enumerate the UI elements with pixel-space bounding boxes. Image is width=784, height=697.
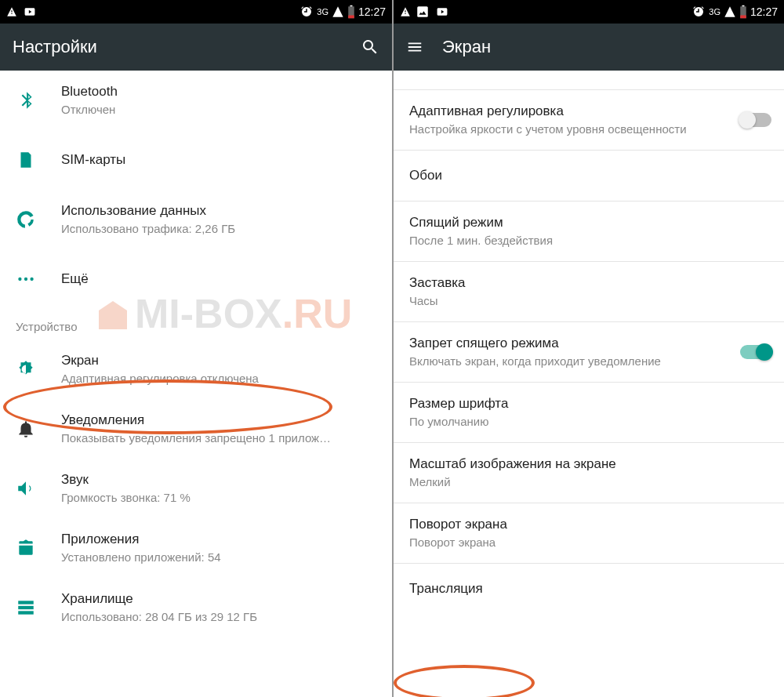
svg-rect-12 — [742, 5, 744, 7]
app-bar-right: Экран — [394, 24, 784, 71]
bluetooth-icon — [16, 90, 36, 111]
item-cast[interactable]: Трансляция — [394, 564, 784, 614]
item-display[interactable]: ЭкранАдаптивная регулировка отключена — [0, 339, 392, 399]
app-bar-left: Настройки — [0, 24, 392, 71]
alarm-icon — [299, 5, 314, 19]
alert-icon — [400, 5, 411, 19]
storage-icon — [16, 597, 36, 618]
alarm-icon — [691, 5, 706, 19]
time-label: 12:27 — [750, 5, 778, 18]
item-title: Яркость — [409, 71, 771, 73]
item-title: Заставка — [409, 274, 771, 292]
item-title: Приложения — [61, 531, 379, 548]
youtube-icon — [22, 6, 38, 17]
item-subtitle: После 1 мин. бездействия — [409, 233, 771, 249]
svg-point-3 — [18, 278, 21, 281]
item-bluetooth[interactable]: BluetoothОтключен — [0, 71, 392, 130]
youtube-icon — [434, 6, 450, 17]
item-title: Размер шрифта — [409, 395, 771, 412]
svg-point-4 — [24, 278, 27, 281]
item-title: Трансляция — [409, 580, 771, 597]
item-subtitle: Включать экран, когда приходит уведомлен… — [409, 354, 740, 369]
item-subtitle: Установлено приложений: 54 — [61, 550, 379, 565]
svg-rect-1 — [348, 16, 354, 19]
page-title: Настройки — [13, 37, 361, 57]
item-subtitle: Поворот экрана — [409, 535, 771, 550]
switch-adaptive[interactable] — [740, 113, 771, 127]
item-sleep[interactable]: Спящий режимПосле 1 мин. бездействия — [394, 201, 784, 261]
page-title: Экран — [442, 37, 771, 57]
item-subtitle: Использовано трафика: 2,26 ГБ — [61, 221, 379, 237]
sound-icon — [16, 478, 36, 499]
item-title: Поворот экрана — [409, 516, 771, 533]
svg-rect-8 — [18, 611, 34, 614]
display-settings-list: Яркость Адаптивная регулировкаНастройка … — [394, 71, 784, 697]
item-subtitle: Часы — [409, 293, 771, 309]
phone-right: 3G 12:27 Экран Яркость Адаптивная регули… — [392, 0, 784, 697]
item-adaptive[interactable]: Адаптивная регулировкаНастройка яркости … — [394, 90, 784, 150]
item-font-size[interactable]: Размер шрифтаПо умолчанию — [394, 383, 784, 442]
item-subtitle: Показывать уведомления запрещено 1 прило… — [61, 430, 379, 446]
item-title: Спящий режим — [409, 214, 771, 231]
svg-rect-7 — [18, 606, 34, 609]
item-storage[interactable]: ХранилищеИспользовано: 28 04 ГБ из 29 12… — [0, 578, 392, 637]
item-brightness[interactable]: Яркость — [394, 71, 784, 89]
status-bar: 3G 12:27 — [0, 0, 392, 24]
item-title: Bluetooth — [61, 83, 379, 100]
svg-point-5 — [30, 278, 33, 281]
brightness-icon — [16, 359, 36, 379]
signal-icon — [332, 5, 344, 18]
item-apps[interactable]: ПриложенияУстановлено приложений: 54 — [0, 518, 392, 578]
item-notifications[interactable]: УведомленияПоказывать уведомления запрещ… — [0, 399, 392, 459]
alert-icon — [6, 5, 17, 19]
item-display-size[interactable]: Масштаб изображения на экранеМелкий — [394, 443, 784, 503]
item-title: Адаптивная регулировка — [409, 103, 740, 120]
item-title: Хранилище — [61, 590, 379, 608]
item-title: Использование данных — [61, 202, 379, 220]
item-wallpaper[interactable]: Обои — [394, 151, 784, 201]
section-device: Устройство — [0, 309, 392, 339]
settings-list: BluetoothОтключен SIM-карты Использовани… — [0, 71, 392, 697]
battery-icon — [739, 5, 747, 19]
network-label: 3G — [709, 7, 720, 16]
sim-icon — [16, 150, 36, 170]
item-subtitle: Громкость звонка: 71 % — [61, 490, 379, 506]
phone-left: 3G 12:27 Настройки BluetoothОтключен SIM… — [0, 0, 392, 697]
item-sound[interactable]: ЗвукГромкость звонка: 71 % — [0, 459, 392, 518]
network-label: 3G — [317, 7, 328, 16]
item-wake-notify[interactable]: Запрет спящего режимаВключать экран, ког… — [394, 322, 784, 382]
switch-wake[interactable] — [740, 345, 771, 359]
item-subtitle: Отключен — [61, 102, 379, 118]
status-bar: 3G 12:27 — [394, 0, 784, 24]
item-rotation[interactable]: Поворот экранаПоворот экрана — [394, 503, 784, 563]
item-title: Обои — [409, 167, 771, 184]
svg-rect-6 — [18, 601, 34, 604]
image-icon — [416, 5, 430, 19]
item-subtitle: Настройка яркости с учетом уровня освеще… — [409, 122, 740, 137]
menu-icon[interactable] — [406, 38, 423, 56]
svg-rect-2 — [350, 5, 352, 7]
item-sim[interactable]: SIM-карты — [0, 130, 392, 190]
item-title: Запрет спящего режима — [409, 335, 740, 352]
item-data-usage[interactable]: Использование данныхИспользовано трафика… — [0, 190, 392, 249]
item-title: SIM-карты — [61, 151, 379, 169]
item-title: Уведомления — [61, 412, 379, 429]
item-more[interactable]: Ещё — [0, 249, 392, 309]
item-subtitle: Мелкий — [409, 474, 771, 490]
svg-rect-11 — [740, 16, 746, 19]
data-usage-icon — [16, 209, 36, 230]
more-icon — [16, 269, 36, 289]
item-subtitle: Адаптивная регулировка отключена — [61, 371, 379, 387]
time-label: 12:27 — [358, 5, 386, 18]
svg-rect-9 — [417, 6, 428, 17]
item-subtitle: Использовано: 28 04 ГБ из 29 12 ГБ — [61, 609, 379, 625]
item-title: Экран — [61, 352, 379, 369]
item-title: Масштаб изображения на экране — [409, 456, 771, 473]
signal-icon — [724, 5, 736, 18]
search-icon[interactable] — [361, 38, 379, 56]
item-subtitle: По умолчанию — [409, 414, 771, 430]
battery-icon — [347, 5, 355, 19]
item-title: Ещё — [61, 270, 379, 288]
item-screensaver[interactable]: ЗаставкаЧасы — [394, 262, 784, 321]
bell-icon — [16, 419, 36, 439]
